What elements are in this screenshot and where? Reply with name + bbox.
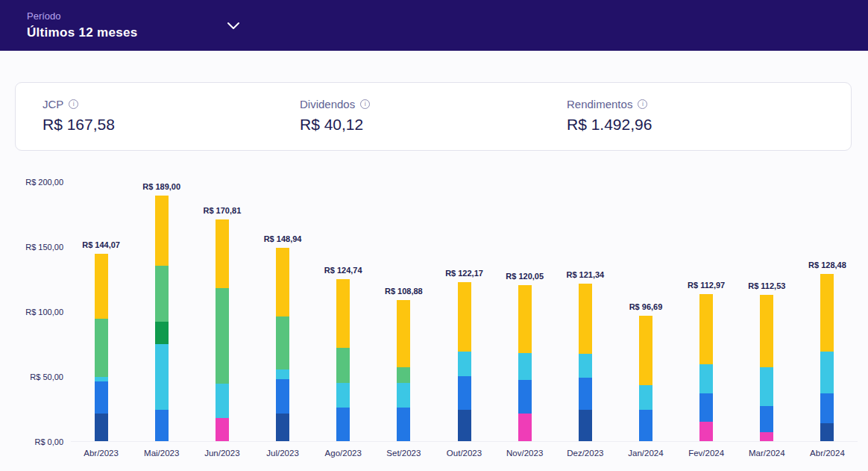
period-selector[interactable]: Período Últimos 12 meses (0, 0, 868, 51)
rendimentos-label: Rendimentos (567, 98, 632, 110)
bar-segment-green[interactable] (216, 288, 229, 384)
bar-segment-blue[interactable] (518, 380, 532, 414)
bar-segment-yellow[interactable] (699, 294, 713, 364)
stacked-bar[interactable] (95, 254, 108, 441)
bar-total-label: R$ 144,07 (82, 240, 120, 249)
bar-segment-yellow[interactable] (579, 284, 592, 355)
jcp-label: JCP (43, 98, 63, 110)
bar-segment-blue[interactable] (155, 410, 169, 441)
bar-segment-yellow[interactable] (458, 282, 471, 352)
bar-total-label: R$ 112,97 (688, 281, 725, 290)
x-axis-label: Jan/2024 (615, 449, 676, 458)
bar-total-label: R$ 124,74 (324, 266, 362, 275)
bar-segment-yellow[interactable] (397, 300, 410, 367)
bar-segment-cyan[interactable] (336, 383, 350, 408)
bar-segment-cyan[interactable] (276, 369, 289, 378)
bar-total-label: R$ 122,17 (445, 269, 483, 278)
stacked-bar[interactable] (579, 284, 592, 441)
bar-segment-cyan[interactable] (639, 385, 652, 410)
bar-segment-cyan[interactable] (699, 364, 713, 393)
bar-segment-yellow[interactable] (639, 316, 652, 385)
period-value: Últimos 12 meses (27, 25, 137, 40)
bar-segment-blue[interactable] (760, 406, 773, 432)
bar-segment-dark-blue[interactable] (579, 410, 592, 441)
bar-segment-dark-blue[interactable] (820, 423, 834, 441)
bar-segment-cyan[interactable] (155, 344, 169, 411)
bar-segment-blue[interactable] (579, 378, 592, 411)
info-icon[interactable]: i (360, 99, 370, 109)
bar-segment-green[interactable] (95, 319, 108, 376)
bar-segment-cyan[interactable] (397, 383, 410, 408)
bar-segment-cyan[interactable] (820, 352, 834, 393)
bar-segment-yellow[interactable] (518, 285, 532, 353)
bar-segment-cyan[interactable] (518, 353, 532, 381)
bar-segment-blue[interactable] (397, 408, 410, 441)
bar-segment-blue[interactable] (639, 410, 652, 441)
bar-segment-yellow[interactable] (276, 248, 289, 316)
bar-column: R$ 189,00 (131, 176, 192, 441)
bar-column: R$ 112,53 (737, 176, 797, 441)
period-selector-text: Período Últimos 12 meses (27, 10, 137, 40)
stacked-bar[interactable] (820, 274, 834, 441)
bar-segment-cyan[interactable] (458, 352, 471, 376)
bar-segment-yellow[interactable] (336, 279, 350, 348)
x-axis-label: Dez/2023 (555, 449, 615, 458)
bar-column: R$ 122,17 (434, 176, 494, 441)
bar-total-label: R$ 108,88 (385, 287, 423, 296)
bar-segment-yellow[interactable] (760, 295, 773, 367)
bar-segment-blue[interactable] (336, 408, 350, 441)
bar-segment-blue[interactable] (276, 379, 289, 414)
dividendos-label: Dividendos (300, 98, 355, 110)
bar-segment-blue[interactable] (699, 393, 713, 422)
x-axis-label: Out/2023 (434, 449, 494, 458)
stacked-bar[interactable] (216, 219, 229, 441)
x-axis-label: Nov/2023 (494, 449, 555, 458)
bar-segment-dark-green[interactable] (155, 322, 169, 344)
x-axis-label: Mai/2023 (131, 449, 192, 458)
bar-segment-yellow[interactable] (216, 219, 229, 288)
x-axis-label: Mar/2024 (737, 449, 797, 458)
stacked-bar[interactable] (458, 282, 471, 441)
bar-column: R$ 96,69 (615, 176, 676, 441)
bar-segment-cyan[interactable] (579, 354, 592, 377)
stacked-bar[interactable] (760, 295, 773, 441)
bar-segment-green[interactable] (397, 367, 410, 383)
bar-segment-blue[interactable] (820, 393, 834, 423)
info-icon[interactable]: i (69, 99, 78, 109)
bar-segment-blue[interactable] (458, 376, 471, 410)
bar-segment-green[interactable] (276, 316, 289, 369)
stacked-bar[interactable] (397, 300, 410, 441)
earnings-chart: R$ 0,00R$ 50,00R$ 100,00R$ 150,00R$ 200,… (0, 176, 858, 458)
bar-segment-dark-blue[interactable] (95, 414, 108, 441)
bar-segment-yellow[interactable] (820, 274, 834, 351)
chevron-down-icon[interactable] (227, 22, 240, 30)
info-icon[interactable]: i (638, 99, 647, 109)
stacked-bar[interactable] (336, 279, 350, 441)
bar-segment-dark-blue[interactable] (458, 410, 471, 441)
bar-segment-green[interactable] (155, 266, 169, 322)
x-axis-labels: Abr/2023Mai/2023Jun/2023Jul/2023Ago/2023… (71, 449, 858, 458)
stacked-bar[interactable] (518, 285, 532, 441)
x-axis-label: Abr/2023 (71, 449, 131, 458)
jcp-value: R$ 167,58 (43, 116, 300, 134)
bar-segment-cyan[interactable] (216, 384, 229, 417)
bar-segment-magenta[interactable] (699, 422, 713, 441)
stacked-bar[interactable] (699, 294, 713, 441)
bar-segment-green[interactable] (336, 348, 350, 383)
bar-segment-blue[interactable] (95, 381, 108, 414)
stacked-bar[interactable] (155, 196, 169, 441)
bar-segment-cyan[interactable] (760, 367, 773, 406)
dividendos-value: R$ 40,12 (300, 116, 567, 134)
stacked-bar[interactable] (639, 316, 652, 441)
bar-segment-yellow[interactable] (155, 196, 169, 266)
bar-total-label: R$ 189,00 (142, 182, 180, 191)
bar-total-label: R$ 128,48 (808, 261, 846, 269)
bar-segment-magenta[interactable] (760, 432, 773, 441)
bar-segment-dark-blue[interactable] (276, 414, 289, 441)
bar-segment-yellow[interactable] (95, 254, 108, 319)
y-axis-tick-label: R$ 50,00 (30, 372, 63, 381)
bar-column: R$ 124,74 (313, 176, 374, 441)
stacked-bar[interactable] (276, 248, 289, 441)
bar-segment-magenta[interactable] (216, 418, 229, 441)
bar-segment-magenta[interactable] (518, 414, 532, 441)
